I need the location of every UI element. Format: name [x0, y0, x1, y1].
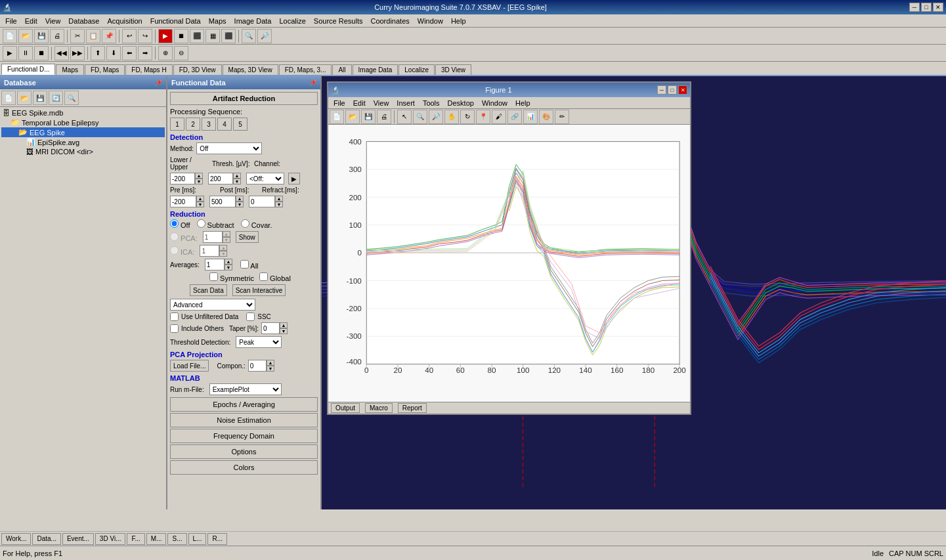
reduction-subtract-radio[interactable] — [197, 219, 205, 228]
symmetric-checkbox[interactable] — [209, 272, 218, 281]
lower-input[interactable] — [170, 173, 195, 184]
fig-new[interactable]: 📄 — [330, 110, 344, 124]
tab-fd-maps-3[interactable]: FD, Maps, 3... — [279, 64, 332, 75]
fig-menu-help[interactable]: Help — [511, 98, 534, 108]
fig-open[interactable]: 📂 — [345, 110, 360, 124]
ssc-checkbox[interactable] — [246, 312, 255, 321]
db-refresh[interactable]: 🔄 — [49, 91, 63, 105]
fig-datecursor[interactable]: 📍 — [476, 110, 490, 124]
averages-up[interactable]: ▲ — [225, 259, 232, 265]
toolbar-undo[interactable]: ↩ — [122, 29, 137, 43]
toolbar2-b2[interactable]: ⏸ — [18, 46, 33, 60]
averages-down[interactable]: ▼ — [225, 265, 232, 270]
fig-edit-plot[interactable]: ✏ — [555, 110, 569, 124]
toolbar2-b8[interactable]: ⬅ — [122, 46, 137, 60]
fig-menu-tools[interactable]: Tools — [419, 98, 444, 108]
menu-item-edit[interactable]: Edit — [21, 16, 41, 26]
tree-item-eeg-spike[interactable]: 📂 EEG Spike — [1, 127, 165, 137]
toolbar-b1[interactable]: ⬛ — [190, 29, 204, 43]
toolbar2-b6[interactable]: ⬆ — [91, 46, 105, 60]
menu-item-image-data[interactable]: Image Data — [230, 16, 276, 26]
taper-input[interactable] — [261, 322, 280, 334]
tab-fd-3d[interactable]: FD, 3D View — [173, 64, 222, 75]
upper-up[interactable]: ▲ — [233, 173, 241, 179]
fig-brush[interactable]: 🖌 — [492, 110, 506, 124]
toolbar2-b9[interactable]: ➡ — [138, 46, 152, 60]
use-unfiltered-checkbox[interactable] — [170, 312, 179, 321]
lower-up[interactable]: ▲ — [195, 173, 203, 179]
method-select[interactable]: Off — [196, 142, 262, 154]
toolbar-stop[interactable]: ⏹ — [174, 29, 188, 43]
toolbar2-b10[interactable]: ⊕ — [158, 46, 173, 60]
tree-item-mri-dicom[interactable]: 🖼 MRI DICOM <dir> — [1, 147, 165, 156]
taper-up[interactable]: ▲ — [280, 322, 288, 328]
scan-data-button[interactable]: Scan Data — [190, 284, 227, 296]
toolbar-copy[interactable]: 📋 — [86, 29, 100, 43]
menu-item-functional-data[interactable]: Functional Data — [146, 16, 205, 26]
post-down[interactable]: ▼ — [236, 202, 244, 207]
toolbar2-b3[interactable]: ⏹ — [34, 46, 49, 60]
run-mfile-select[interactable]: ExamplePlot — [209, 383, 282, 395]
fig-report-btn[interactable]: Report — [398, 403, 427, 413]
pre-up[interactable]: ▲ — [196, 196, 204, 202]
seq-btn-3[interactable]: 3 — [202, 118, 216, 131]
fig-rotate[interactable]: ↻ — [460, 110, 475, 124]
menu-item-view[interactable]: View — [41, 16, 65, 26]
channel-select[interactable]: <Off: — [246, 173, 284, 184]
fig-output-btn[interactable]: Output — [331, 403, 360, 413]
load-file-button[interactable]: Load File... — [170, 360, 209, 372]
compon-input[interactable] — [248, 360, 267, 372]
seq-btn-5[interactable]: 5 — [233, 118, 247, 131]
reduction-covar-label[interactable]: Covar. — [241, 219, 272, 229]
seq-btn-1[interactable]: 1 — [170, 118, 184, 131]
figure-close[interactable]: ✕ — [678, 85, 687, 95]
menu-item-help[interactable]: Help — [447, 16, 470, 26]
menu-item-database[interactable]: Database — [64, 16, 103, 26]
channel-btn[interactable]: ▶ — [288, 173, 300, 184]
fig-menu-desktop[interactable]: Desktop — [444, 98, 478, 108]
fig-insert-legend[interactable]: 📊 — [523, 110, 538, 124]
global-checkbox-label[interactable]: Global — [259, 272, 291, 282]
refract-input[interactable] — [249, 196, 275, 207]
toolbar-open[interactable]: 📂 — [18, 29, 33, 43]
toolbar-print[interactable]: 🖨 — [50, 29, 64, 43]
menu-item-coordinates[interactable]: Coordinates — [366, 16, 413, 26]
tab-fd-maps-h[interactable]: FD, Maps H — [125, 64, 172, 75]
averages-input[interactable] — [205, 259, 225, 270]
compon-down[interactable]: ▼ — [267, 366, 274, 372]
compon-up[interactable]: ▲ — [267, 360, 274, 366]
tab-all[interactable]: All — [332, 64, 351, 75]
tab-functional-data[interactable]: Functional D... — [1, 64, 55, 75]
figure-restore[interactable]: □ — [668, 85, 677, 95]
colors-button[interactable]: Colors — [170, 460, 318, 475]
close-button[interactable]: ✕ — [933, 3, 943, 12]
db-save[interactable]: 💾 — [33, 91, 47, 105]
taper-down[interactable]: ▼ — [280, 328, 288, 334]
toolbar-redo[interactable]: ↪ — [138, 29, 152, 43]
post-up[interactable]: ▲ — [236, 196, 244, 202]
symmetric-checkbox-label[interactable]: Symmetric — [209, 272, 254, 282]
tab-fd-maps[interactable]: FD, Maps — [85, 64, 125, 75]
pre-input[interactable] — [170, 196, 196, 207]
tab-maps[interactable]: Maps — [56, 64, 83, 75]
maximize-button[interactable]: □ — [921, 3, 932, 12]
figure-minimize[interactable]: ─ — [657, 85, 666, 95]
reduction-off-label[interactable]: Off — [170, 219, 190, 229]
tab-localize[interactable]: Localize — [398, 64, 435, 75]
toolbar2-b1[interactable]: ▶ — [3, 46, 17, 60]
toolbar-zoom-in[interactable]: 🔍 — [242, 29, 256, 43]
fig-link[interactable]: 🔗 — [507, 110, 522, 124]
lower-down[interactable]: ▼ — [195, 179, 203, 184]
tree-item-epispike-avg[interactable]: 📊 EpiSpike.avg — [1, 137, 165, 147]
frequency-domain-button[interactable]: Frequency Domain — [170, 429, 318, 443]
fig-menu-view[interactable]: View — [370, 98, 393, 108]
menu-item-localize[interactable]: Localize — [275, 16, 309, 26]
pre-down[interactable]: ▼ — [196, 202, 204, 207]
db-new[interactable]: 📄 — [1, 91, 16, 105]
include-others-checkbox[interactable] — [170, 324, 179, 333]
upper-down[interactable]: ▼ — [233, 179, 241, 184]
reduction-covar-radio[interactable] — [241, 219, 249, 228]
toolbar-save[interactable]: 💾 — [34, 29, 49, 43]
tab-3d-view[interactable]: 3D View — [435, 64, 471, 75]
fig-zoom-in[interactable]: 🔍 — [413, 110, 427, 124]
